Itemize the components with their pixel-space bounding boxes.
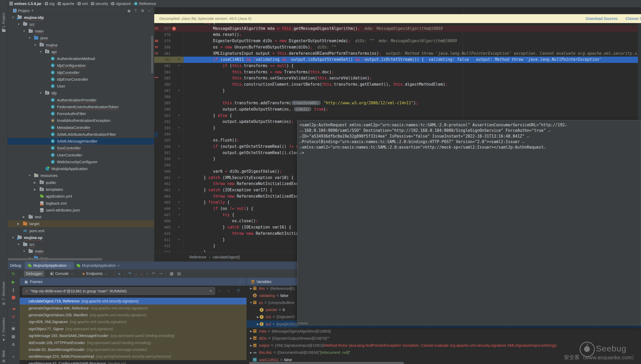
code-line[interactable]: output.getOctetStreamReal().close();	[185, 150, 308, 155]
tree-item-user[interactable]: CUser	[7, 83, 154, 90]
close-icon[interactable]: ×	[118, 264, 120, 268]
chevron-expanded-icon[interactable]: ▼	[17, 243, 20, 246]
close-icon[interactable]: ×	[68, 264, 71, 268]
chevron-collapsed-icon[interactable]: ▶	[23, 215, 25, 218]
code-line[interactable]: XMLSignatureInput output = this.derefere…	[185, 51, 641, 56]
stop-icon[interactable]	[12, 296, 15, 299]
breadcrumb-method[interactable]: calculateDigest()	[213, 255, 240, 259]
code-line[interactable]: this.transforms = new Transforms(this.do…	[185, 70, 334, 74]
frame-up-icon[interactable]: ↑	[218, 288, 221, 293]
chevron-expanded-icon[interactable]: ▼	[34, 44, 36, 46]
breadcrumb-item[interactable]: xmlsec-1.5.8.jar	[9, 2, 41, 6]
code-line[interactable]: mda.reset();	[185, 32, 242, 37]
frame-row[interactable]: calculateDigest:719, Reference(org.apach…	[20, 298, 247, 305]
breadcrumb-item[interactable]: security	[91, 2, 108, 6]
tree-item-invalidauthenticationexception[interactable]: ⚡InvalidAuthenticationException	[7, 117, 154, 124]
code-line[interactable]: try {	[185, 213, 234, 217]
line-number[interactable]: 390	[158, 107, 170, 111]
tree-item-resources[interactable]: ▼resources	[7, 172, 154, 179]
tree-item-authenticationprovider[interactable]: CAuthenticationProvider	[7, 96, 154, 103]
tree-item-idpconfiguration[interactable]: CIdpConfiguration	[7, 62, 154, 69]
thread-dump-icon[interactable]: ▣	[12, 326, 15, 331]
line-number[interactable]: 401	[158, 176, 170, 180]
tree-scrollbar-vertical[interactable]	[151, 36, 153, 73]
line-number[interactable]: 405	[158, 200, 170, 204]
tree-item-templates[interactable]: ▶templates	[7, 186, 154, 193]
fold-icon[interactable]: ∨	[177, 114, 181, 117]
tree-item-idp[interactable]: ▼idp	[7, 90, 154, 96]
fold-icon[interactable]: ∨	[177, 176, 181, 179]
download-sources-link[interactable]: Download Sources	[586, 17, 618, 21]
chevron-collapsed-icon[interactable]: ▶	[249, 287, 253, 290]
tree-item-samlmessagehandler[interactable]: CSAMLMessageHandler	[7, 138, 154, 145]
tab-endpoints[interactable]: ◆ Endpoints →˙	[80, 271, 111, 276]
code-line[interactable]: if (this.transforms == null) {	[185, 63, 293, 68]
frame-row[interactable]: sign:609, XMLSignature(org.apache.xml.se…	[20, 318, 247, 325]
tree-item-samlattributeauthenticationfilter[interactable]: CSAMLAttributeAuthenticationFilter	[7, 131, 154, 138]
line-number[interactable]: 409	[158, 225, 170, 229]
line-number[interactable]: 410	[158, 231, 170, 236]
sidebar-item-structure[interactable]: 7: Structure ▤	[0, 282, 7, 305]
fold-icon[interactable]: ∨	[177, 213, 181, 216]
force-step-into-icon[interactable]: ↓	[141, 271, 143, 276]
locate-icon[interactable]: ◉	[127, 9, 131, 13]
breadcrumb-item[interactable]: xml	[78, 2, 88, 6]
tree-item-idperrorcontroller[interactable]: CIdpErrorController	[7, 76, 154, 83]
line-number[interactable]: 408	[158, 219, 170, 223]
line-number[interactable]: 396	[158, 144, 170, 149]
debug-session-tab-mujinaidpapplication[interactable]: MujinaIdpApplication×	[74, 262, 123, 269]
fold-icon[interactable]: ∧	[177, 238, 181, 241]
tree-item-websecurityconfigurer[interactable]: CWebSecurityConfigurer	[7, 158, 154, 165]
tree-item-mujinaidpapplication[interactable]: MujinaIdpApplication	[7, 165, 154, 172]
chevron-expanded-icon[interactable]: ▼	[28, 174, 31, 177]
thread-selector[interactable]: ✓ "http-nio-9090-exec-6"@10,661 in group…	[22, 287, 215, 295]
resume-icon[interactable]: ▶	[12, 280, 15, 284]
line-number[interactable]: 407	[158, 213, 170, 217]
code-line[interactable]: }	[185, 156, 215, 161]
fold-icon[interactable]: ∨	[177, 145, 181, 148]
code-line[interactable]: }	[185, 88, 225, 93]
line-number[interactable]: 404	[158, 194, 170, 198]
line-number[interactable]: 398	[158, 157, 170, 161]
variables-scrollbar[interactable]	[249, 362, 404, 364]
frame-row[interactable]: generateDigestValues:206, Manifest(org.a…	[20, 312, 247, 318]
code-line[interactable]: if (useC14N11 && !validating && !output.…	[185, 57, 601, 62]
tab-console[interactable]: ▶ Console →˙	[48, 271, 77, 276]
show-execution-point-icon[interactable]: ≡	[118, 271, 120, 276]
code-line[interactable]: }	[185, 243, 215, 248]
frame-row[interactable]: sendMessage:224, SAMLProcessorImpl(org.s…	[20, 353, 247, 360]
tree-item-test[interactable]: ▶test	[7, 214, 154, 220]
rerun-icon[interactable]: ↻	[12, 271, 15, 276]
line-number[interactable]: 400	[158, 169, 170, 173]
step-over-icon[interactable]: ↷	[128, 271, 131, 276]
tree-item-mujina-sp[interactable]: ▼mujina-sp	[7, 234, 154, 241]
chevron-expanded-icon[interactable]: ▼	[12, 236, 14, 239]
tree-item-idpcontroller[interactable]: CIdpController	[7, 69, 154, 76]
line-number[interactable]: 394	[158, 132, 170, 136]
line-number[interactable]: 383	[158, 64, 170, 68]
gear-icon[interactable]: ⚙	[12, 342, 15, 347]
code-line[interactable]: os = new UnsyncBufferedOutputStream(diOs…	[185, 45, 336, 50]
line-number[interactable]: 395	[158, 138, 170, 142]
fold-icon[interactable]: ∨	[177, 207, 181, 210]
line-number[interactable]: 378	[158, 32, 170, 37]
line-number[interactable]: 386	[158, 82, 170, 86]
line-number[interactable]: 406	[158, 207, 170, 211]
tree-item-src[interactable]: ▼src	[7, 241, 154, 248]
line-number[interactable]: 385	[158, 76, 170, 80]
code-line[interactable]: } catch (IOException var17) {	[185, 188, 272, 192]
collapse-all-icon[interactable]: ⇡	[134, 9, 137, 13]
drop-frame-icon[interactable]: ↶	[152, 271, 155, 276]
chevron-expanded-icon[interactable]: ▼	[39, 91, 42, 94]
variables-header[interactable]: Variables	[247, 278, 271, 286]
line-number[interactable]: 412	[158, 244, 170, 248]
fold-icon[interactable]: ∧	[177, 157, 181, 160]
tree-item-mujina-idp[interactable]: ▼mujina-idp	[7, 14, 154, 21]
frames-header[interactable]: ▣ Frames →˙	[20, 278, 247, 286]
chevron-expanded-icon[interactable]: ▼	[17, 23, 20, 26]
line-number[interactable]: 391	[158, 113, 170, 118]
chevron-collapsed-icon[interactable]: ▶	[249, 344, 253, 347]
tree-item-usercontroller[interactable]: CUserController	[7, 151, 154, 158]
line-number[interactable]: 377	[158, 26, 170, 31]
step-out-icon[interactable]: ↑	[146, 271, 148, 276]
